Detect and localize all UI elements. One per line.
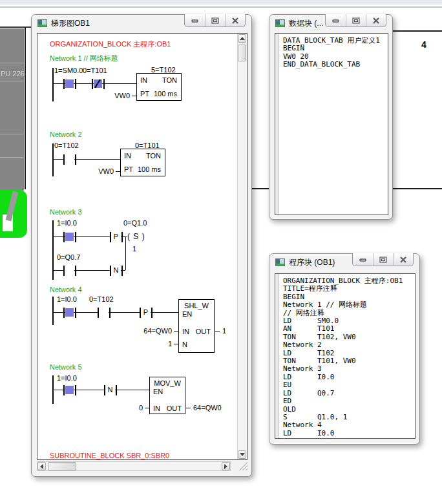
program-block-title: 程序块 (OB1): [289, 257, 335, 268]
box-type: TON: [162, 76, 177, 84]
move-word-box[interactable]: MOV_W EN IN OUT: [149, 377, 185, 414]
contact-operand: 0=Q0.7: [57, 253, 80, 261]
minimize-button[interactable]: [353, 253, 373, 266]
power-rail: [52, 297, 54, 325]
close-button[interactable]: [366, 14, 386, 26]
editor-gutter: [275, 34, 279, 215]
nc-contact[interactable]: [92, 79, 93, 89]
negative-edge-contact[interactable]: N: [111, 266, 121, 274]
box-in-pin: IN: [153, 404, 160, 412]
timer-box[interactable]: IN TON PT 100 ms: [136, 73, 182, 101]
power-rail: [52, 68, 54, 101]
pin-stub: [174, 331, 178, 331]
contact[interactable]: [63, 154, 65, 165]
box-en-pin: EN: [182, 310, 192, 318]
block-header: ORGANIZATION_BLOCK 主程序:OB1: [50, 39, 171, 49]
close-button[interactable]: [393, 253, 413, 266]
vertical-scroll-thumb[interactable]: [238, 45, 246, 61]
editor-gutter: [275, 274, 279, 438]
pin-stub: [215, 331, 220, 331]
maximize-button[interactable]: [205, 14, 225, 26]
subroutine-header: SUBROUTINE_BLOCK SBR_0:SBR0: [50, 452, 169, 459]
minimize-button[interactable]: [326, 14, 346, 26]
timer-operand: 5=T102: [151, 66, 176, 74]
contact[interactable]: [75, 232, 76, 242]
wire: [52, 159, 120, 160]
edge-contact-bar: [121, 232, 123, 242]
contact-operand: 1=I0.0: [57, 219, 77, 227]
contact[interactable]: [75, 266, 76, 276]
horizontal-scrollbar[interactable]: [37, 461, 231, 471]
horizontal-scroll-thumb[interactable]: [48, 462, 76, 470]
cpu-model-label: PU 226: [1, 70, 25, 78]
contact[interactable]: [63, 79, 65, 89]
contact[interactable]: [63, 308, 65, 318]
contact[interactable]: [75, 154, 76, 165]
contact[interactable]: [98, 308, 99, 318]
powerflow-highlight: [65, 308, 74, 317]
powerflow-highlight: [65, 79, 74, 88]
contact[interactable]: [63, 232, 65, 242]
program-block-window-icon: [275, 258, 285, 266]
program-block-editor[interactable]: ORGANIZATION_BLOCK 主程序:OB1 TITLE=程序注释 BE…: [275, 273, 416, 439]
vertical-scrollbar[interactable]: [237, 34, 247, 459]
contact[interactable]: [75, 385, 76, 395]
scroll-left-button[interactable]: [37, 462, 46, 470]
window-controls: [184, 14, 246, 27]
contact[interactable]: [63, 385, 65, 395]
minimize-button[interactable]: [185, 14, 205, 26]
negative-edge-contact[interactable]: N: [105, 386, 115, 394]
pin-stub: [116, 171, 120, 172]
contact-operand: 1=I0.0: [57, 374, 77, 382]
maximize-button[interactable]: [346, 14, 366, 26]
box-en-pin: EN: [153, 388, 163, 395]
branch-wire: [125, 236, 126, 270]
contact[interactable]: [109, 308, 111, 318]
icon-detail: [6, 191, 19, 222]
power-rail: [52, 143, 54, 176]
ladder-window-icon: [37, 19, 47, 27]
data-block-title: 数据块 (...: [289, 18, 323, 29]
out-destination-operand: 64=QW0: [193, 404, 222, 412]
ladder-canvas[interactable]: ORGANIZATION_BLOCK 主程序:OB1 Network 1 // …: [37, 34, 237, 459]
positive-edge-contact[interactable]: P: [111, 233, 121, 240]
edge-contact-bar: [110, 266, 111, 276]
set-coil[interactable]: ( S ): [127, 232, 145, 241]
box-title: MOV_W: [150, 379, 185, 387]
data-block-window-icon: [275, 19, 285, 27]
coil-operand: 0=Q1.0: [123, 219, 147, 227]
box-pt-value: 100 ms: [154, 90, 177, 98]
box-pt-pin: PT: [124, 165, 133, 173]
pt-source-operand: VW0: [83, 167, 114, 175]
nc-contact[interactable]: [103, 79, 105, 89]
cpu-divider: [0, 157, 24, 158]
network-4-label: Network 4: [50, 286, 82, 293]
contact-operand: 1=SM0.0: [54, 67, 83, 74]
up-arrow-icon: [240, 37, 245, 40]
scroll-down-button[interactable]: [238, 450, 246, 459]
page-number: 4: [421, 39, 426, 50]
maximize-button[interactable]: [373, 253, 393, 266]
shift-left-word-box[interactable]: SHL_W EN IN OUT N: [178, 299, 215, 353]
timer-box[interactable]: IN TON PT 100 ms: [120, 149, 165, 176]
ladder-editor-area: ORGANIZATION_BLOCK 主程序:OB1 Network 1 // …: [37, 33, 247, 460]
left-arrow-icon: [40, 464, 43, 469]
scroll-up-button[interactable]: [238, 34, 246, 43]
background-line: [25, 28, 26, 189]
in-source-operand: 64=QW0: [128, 327, 172, 335]
ladder-window: 梯形图OB1 ORGANIZATION_BLOCK 主程序:OB1 Networ…: [31, 14, 252, 477]
box-in-pin: IN: [124, 152, 131, 160]
pin-stub: [145, 408, 149, 408]
contact[interactable]: [75, 308, 76, 318]
data-block-text[interactable]: DATA_BLOCK_TAB 用户定义1 BEGIN VW0 20 END_DA…: [283, 37, 386, 214]
resize-grip[interactable]: [239, 462, 247, 470]
program-block-text[interactable]: ORGANIZATION_BLOCK 主程序:OB1 TITLE=程序注释 BE…: [283, 277, 414, 437]
contact[interactable]: [63, 266, 65, 276]
close-button[interactable]: [225, 14, 245, 26]
data-block-editor[interactable]: DATA_BLOCK_TAB 用户定义1 BEGIN VW0 20 END_DA…: [275, 33, 388, 215]
positive-edge-contact[interactable]: P: [141, 308, 151, 316]
scroll-right-button[interactable]: [222, 462, 230, 470]
box-in-pin: IN: [140, 76, 147, 84]
contact[interactable]: [75, 79, 76, 89]
network-2-label: Network 2: [50, 131, 82, 138]
